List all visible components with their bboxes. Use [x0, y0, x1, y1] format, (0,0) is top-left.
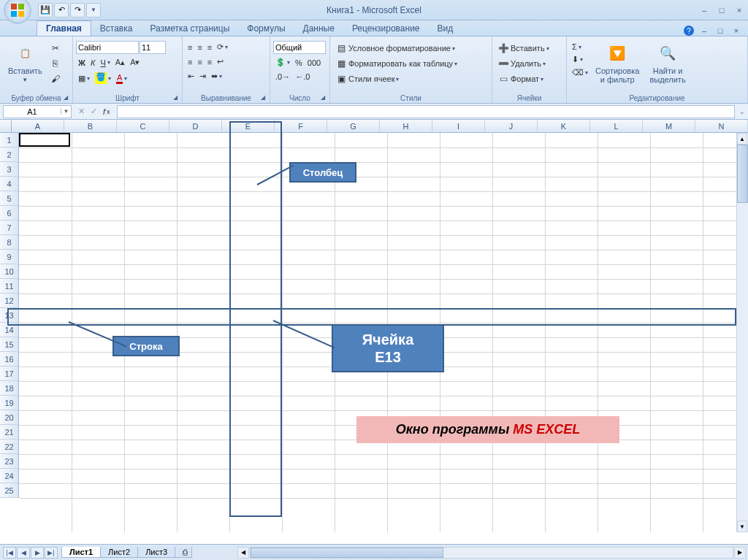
column-header[interactable]: B	[64, 120, 117, 132]
help-icon[interactable]: ?	[684, 26, 694, 36]
qat-save-icon[interactable]: 💾	[38, 3, 53, 18]
conditional-format-button[interactable]: ▤Условное форматирование▾	[333, 41, 457, 55]
alignment-launcher-icon[interactable]: ◢	[261, 94, 268, 101]
align-middle-button[interactable]: ≡	[195, 42, 204, 53]
column-header[interactable]: K	[538, 120, 590, 132]
row-header[interactable]: 14	[0, 323, 19, 337]
column-header[interactable]: C	[117, 120, 169, 132]
column-header[interactable]: G	[327, 120, 380, 132]
underline-button[interactable]: Ч▾	[98, 57, 112, 69]
row-header[interactable]: 4	[0, 177, 19, 191]
column-header[interactable]: H	[380, 120, 432, 132]
decrease-decimal-button[interactable]: ←.0	[293, 71, 312, 83]
number-format-combo[interactable]	[273, 41, 326, 54]
increase-decimal-button[interactable]: .0→	[273, 71, 292, 83]
column-header[interactable]: J	[485, 120, 538, 132]
align-center-button[interactable]: ≡	[195, 56, 204, 68]
cancel-formula-icon[interactable]: ✕	[76, 105, 87, 118]
row-header[interactable]: 21	[0, 425, 19, 440]
grow-font-button[interactable]: A▴	[113, 56, 127, 69]
next-sheet-button[interactable]: ▶	[31, 547, 44, 559]
row-header[interactable]: 20	[0, 410, 19, 425]
cells-area[interactable]	[19, 133, 736, 532]
sheet-tab[interactable]: Лист1	[61, 547, 101, 558]
align-top-button[interactable]: ≡	[186, 42, 194, 53]
close-button[interactable]: ×	[733, 5, 745, 15]
column-header[interactable]: F	[275, 120, 327, 132]
qat-customize-icon[interactable]: ▼	[86, 3, 101, 18]
format-painter-button[interactable]: 🖌	[47, 72, 64, 86]
number-launcher-icon[interactable]: ◢	[321, 94, 328, 101]
align-left-button[interactable]: ≡	[186, 56, 194, 68]
enter-formula-icon[interactable]: ✓	[88, 105, 99, 118]
row-header[interactable]: 5	[0, 191, 19, 206]
horizontal-scrollbar[interactable]: ◀ ▶	[250, 547, 733, 559]
row-header[interactable]: 9	[0, 250, 19, 264]
merge-button[interactable]: ⬌▾	[209, 70, 224, 83]
office-button[interactable]	[3, 0, 32, 25]
row-header[interactable]: 15	[0, 337, 19, 352]
scroll-right-icon[interactable]: ▶	[734, 547, 746, 559]
wrap-text-button[interactable]: ↩	[215, 55, 226, 68]
fx-button[interactable]: fx	[101, 105, 112, 118]
new-sheet-button[interactable]: ⎙	[175, 547, 192, 558]
row-header[interactable]: 24	[0, 469, 19, 483]
insert-cells-button[interactable]: ➕Вставить▾	[495, 41, 552, 55]
row-header[interactable]: 11	[0, 279, 19, 294]
font-color-button[interactable]: A▾	[114, 72, 129, 85]
ribbon-minimize-icon[interactable]: –	[698, 26, 710, 36]
row-header[interactable]: 23	[0, 454, 19, 469]
orientation-button[interactable]: ⟳▾	[215, 41, 230, 53]
formula-bar-expand-icon[interactable]: ⌄	[736, 108, 748, 115]
column-header[interactable]: I	[432, 120, 485, 132]
decrease-indent-button[interactable]: ⇤	[186, 70, 196, 83]
row-header[interactable]: 2	[0, 147, 19, 162]
hscroll-thumb[interactable]	[251, 548, 443, 558]
row-header[interactable]: 1	[0, 133, 19, 147]
row-header[interactable]: 8	[0, 235, 19, 250]
column-header[interactable]: M	[643, 120, 695, 132]
cut-button[interactable]: ✂	[47, 41, 64, 55]
row-header[interactable]: 25	[0, 483, 19, 498]
find-select-button[interactable]: 🔍 Найти и выделить	[644, 38, 690, 88]
align-right-button[interactable]: ≡	[205, 56, 214, 68]
align-bottom-button[interactable]: ≡	[205, 42, 214, 53]
doc-close-icon[interactable]: ×	[730, 26, 742, 36]
copy-button[interactable]: ⎘	[47, 56, 64, 71]
shrink-font-button[interactable]: A▾	[128, 56, 142, 69]
row-header[interactable]: 3	[0, 162, 19, 177]
currency-button[interactable]: 💲▾	[273, 56, 292, 69]
name-box[interactable]: A1 ▼	[3, 105, 72, 118]
row-header[interactable]: 13	[0, 308, 19, 323]
clipboard-launcher-icon[interactable]: ◢	[64, 94, 71, 101]
paste-button[interactable]: 📋 Вставить ▼	[3, 38, 47, 87]
prev-sheet-button[interactable]: ◀	[17, 547, 30, 559]
bold-button[interactable]: Ж	[76, 57, 88, 69]
formula-input[interactable]	[117, 105, 735, 118]
row-header[interactable]: 10	[0, 264, 19, 279]
row-header[interactable]: 6	[0, 206, 19, 220]
column-header[interactable]: A	[12, 120, 64, 132]
fill-color-button[interactable]: 🪣▾	[93, 71, 113, 85]
select-all-corner[interactable]	[0, 120, 12, 132]
autosum-button[interactable]: Σ▾	[570, 41, 590, 53]
font-name-combo[interactable]	[76, 41, 139, 54]
tab-формулы[interactable]: Формулы	[238, 21, 294, 36]
tab-данные[interactable]: Данные	[294, 21, 343, 36]
name-box-dropdown-icon[interactable]: ▼	[61, 108, 71, 115]
comma-button[interactable]: 000	[305, 57, 323, 69]
qat-redo-icon[interactable]: ↷	[70, 3, 85, 18]
tab-разметка страницы[interactable]: Разметка страницы	[141, 21, 238, 36]
font-launcher-icon[interactable]: ◢	[173, 94, 180, 101]
format-as-table-button[interactable]: ▦Форматировать как таблицу▾	[333, 56, 459, 71]
doc-restore-icon[interactable]: □	[714, 26, 726, 36]
qat-undo-icon[interactable]: ↶	[54, 3, 69, 18]
font-size-combo[interactable]	[140, 41, 166, 54]
row-header[interactable]: 17	[0, 367, 19, 381]
delete-cells-button[interactable]: ➖Удалить▾	[495, 56, 548, 71]
row-header[interactable]: 18	[0, 381, 19, 396]
first-sheet-button[interactable]: |◀	[3, 547, 16, 559]
scroll-left-icon[interactable]: ◀	[237, 547, 249, 559]
tab-вид[interactable]: Вид	[429, 21, 462, 36]
increase-indent-button[interactable]: ⇥	[197, 70, 208, 83]
